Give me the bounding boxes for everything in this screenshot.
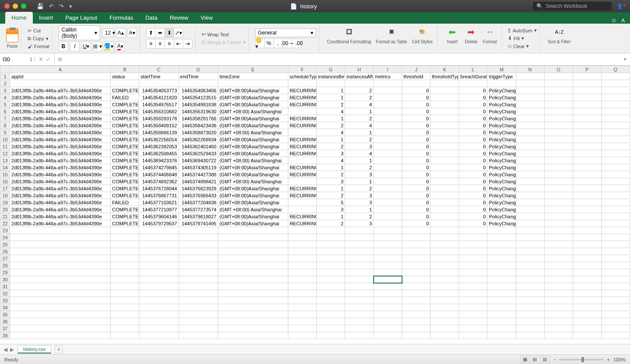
column-header-B[interactable]: B [111, 66, 139, 73]
cell-M25[interactable] [487, 241, 516, 248]
cell-A31[interactable] [10, 283, 111, 290]
cell-I22[interactable] [374, 220, 402, 227]
cell-A7[interactable]: 2d013f8b-2a9b-446a-a97c-3b53d4d4390e [10, 115, 111, 122]
cell-B2[interactable] [111, 80, 139, 87]
cell-M4[interactable]: PolicyChange [487, 94, 516, 101]
name-box[interactable]: I30 ▴▾ [0, 56, 35, 63]
cell-N26[interactable] [516, 248, 544, 255]
cell-M36[interactable] [487, 318, 516, 325]
cell-K32[interactable] [430, 290, 459, 297]
cell-N36[interactable] [516, 318, 544, 325]
fill-button[interactable]: ⬇Fill ▾ [508, 35, 537, 42]
cell-C15[interactable]: 1445374406648 [139, 171, 178, 178]
cell-O34[interactable] [544, 304, 573, 311]
cell-A16[interactable]: 2d013f8b-2a9b-446a-a97c-3b53d4d4390e [10, 178, 111, 185]
cell-Q30[interactable] [601, 276, 630, 283]
cell-B21[interactable]: COMPLETED [111, 213, 139, 220]
cell-D29[interactable] [178, 269, 218, 276]
cell-A15[interactable]: 2d013f8b-2a9b-446a-a97c-3b53d4d4390e [10, 171, 111, 178]
cell-L25[interactable] [459, 241, 487, 248]
cell-I26[interactable] [374, 248, 402, 255]
cell-C33[interactable] [139, 297, 178, 304]
cell-I34[interactable] [374, 304, 402, 311]
cell-M17[interactable]: PolicyChange [487, 185, 516, 192]
cell-N3[interactable] [516, 87, 544, 94]
cell-B35[interactable] [111, 311, 139, 318]
cell-D18[interactable]: 1445376966433 [178, 192, 218, 199]
cell-B32[interactable] [111, 290, 139, 297]
cell-P10[interactable] [573, 136, 601, 143]
cell-F2[interactable] [288, 80, 316, 87]
cell-L1[interactable]: breachDurat [459, 73, 487, 80]
cell-J35[interactable] [402, 311, 430, 318]
cell-J36[interactable] [402, 318, 430, 325]
cell-L8[interactable]: 0 [459, 122, 487, 129]
underline-button[interactable]: U ▾ [81, 42, 91, 51]
cell-E15[interactable]: (GMT+08:00)Asia/Shanghai [218, 171, 288, 178]
cell-N34[interactable] [516, 304, 544, 311]
cell-A28[interactable] [10, 262, 111, 269]
cell-A21[interactable]: 2d013f8b-2a9b-446a-a97c-3b53d4d4390e [10, 213, 111, 220]
collapse-ribbon-icon[interactable]: ʌ [621, 17, 625, 24]
cell-C38[interactable] [139, 332, 178, 339]
cell-P11[interactable] [573, 143, 601, 150]
cell-J8[interactable]: 0 [402, 122, 430, 129]
cell-F8[interactable]: RECURRING [288, 122, 316, 129]
cell-C26[interactable] [139, 248, 178, 255]
cell-Q17[interactable] [601, 185, 630, 192]
cell-Q16[interactable] [601, 178, 630, 185]
autosum-button[interactable]: ΣAutoSum ▾ [508, 27, 537, 34]
cell-A20[interactable]: 2d013f8b-2a9b-446a-a97c-3b53d4d4390e [10, 206, 111, 213]
row-header-23[interactable]: 23 [0, 227, 10, 234]
cell-D37[interactable] [178, 325, 218, 332]
row-header-17[interactable]: 17 [0, 185, 10, 192]
cell-M1[interactable]: triggerType [487, 73, 516, 80]
row-header-20[interactable]: 20 [0, 206, 10, 213]
cell-L37[interactable] [459, 325, 487, 332]
cell-Q2[interactable] [601, 80, 630, 87]
cell-styles-button[interactable]: 🎨Cell Styles [410, 25, 434, 52]
cell-G36[interactable] [316, 318, 345, 325]
cell-O32[interactable] [544, 290, 573, 297]
cell-P20[interactable] [573, 206, 601, 213]
cell-O25[interactable] [544, 241, 573, 248]
row-header-33[interactable]: 33 [0, 297, 10, 304]
cell-E30[interactable] [218, 276, 288, 283]
maximize-window-icon[interactable] [21, 4, 26, 9]
cell-F13[interactable] [288, 157, 316, 164]
cell-Q10[interactable] [601, 136, 630, 143]
cell-G25[interactable] [316, 241, 345, 248]
cell-J5[interactable]: 0 [402, 101, 430, 108]
cell-G27[interactable] [316, 255, 345, 262]
cell-K34[interactable] [430, 304, 459, 311]
cell-H13[interactable]: 1 [345, 157, 374, 164]
cell-F9[interactable] [288, 129, 316, 136]
cell-I9[interactable] [374, 129, 402, 136]
cell-E20[interactable]: (GMT +08:00) Asia/Shanghai [218, 206, 288, 213]
cell-P1[interactable] [573, 73, 601, 80]
cell-B28[interactable] [111, 262, 139, 269]
cell-G26[interactable] [316, 248, 345, 255]
cell-A14[interactable]: 2d013f8b-2a9b-446a-a97c-3b53d4d4390e [10, 164, 111, 171]
cell-L21[interactable]: 0 [459, 213, 487, 220]
cell-F5[interactable]: RECURRING [288, 101, 316, 108]
cell-O17[interactable] [544, 185, 573, 192]
cell-Q14[interactable] [601, 164, 630, 171]
cell-E14[interactable]: (GMT+08:00)Asia/Shanghai [218, 164, 288, 171]
row-header-2[interactable]: 2 [0, 80, 10, 87]
cell-P26[interactable] [573, 248, 601, 255]
cell-K6[interactable] [430, 108, 459, 115]
cell-B12[interactable]: COMPLETED [111, 150, 139, 157]
cell-D13[interactable]: 1445369430722 [178, 157, 218, 164]
cell-Q15[interactable] [601, 171, 630, 178]
cell-L9[interactable]: 0 [459, 129, 487, 136]
sheet-tab[interactable]: history.csv [18, 345, 51, 354]
cell-B10[interactable]: COMPLETED [111, 136, 139, 143]
cell-J7[interactable]: 0 [402, 115, 430, 122]
cell-G1[interactable]: instancesBef [316, 73, 345, 80]
cell-Q32[interactable] [601, 290, 630, 297]
cell-B26[interactable] [111, 248, 139, 255]
font-size-select[interactable]: 12▾ [102, 28, 114, 37]
cell-Q31[interactable] [601, 283, 630, 290]
cell-N14[interactable] [516, 164, 544, 171]
